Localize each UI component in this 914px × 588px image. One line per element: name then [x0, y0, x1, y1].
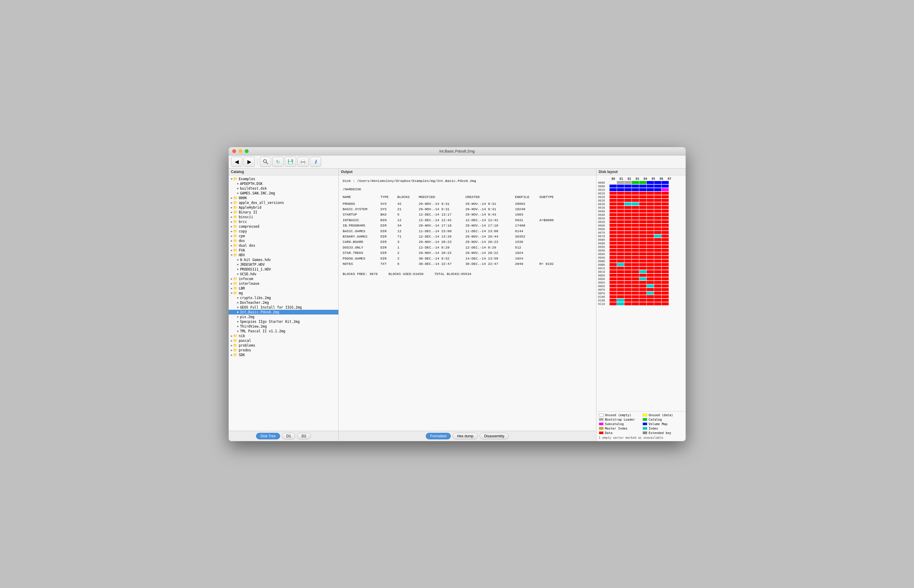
folder-icon: 📁 — [233, 248, 237, 252]
catalog-header: Catalog — [229, 168, 338, 175]
disassembly-tab[interactable]: Disassembly — [480, 433, 509, 439]
tree-item-mg[interactable]: ▼ 📁 mg — [229, 291, 338, 296]
row-address: 0110 — [598, 302, 610, 305]
folder-icon: 📁 — [233, 215, 237, 219]
d1-tab[interactable]: D1 — [282, 433, 295, 439]
maximize-button[interactable] — [245, 149, 249, 153]
disk-cell — [617, 199, 624, 202]
tree-item-thirdview[interactable]: ▪ ThirdView.2mg — [229, 324, 338, 329]
disk-cell — [610, 260, 617, 262]
disk-cell — [654, 260, 661, 262]
d2-tab[interactable]: D2 — [297, 433, 310, 439]
file-icon: ▪ — [237, 324, 239, 328]
tree-item-problems[interactable]: ▶ 📁 problems — [229, 343, 338, 348]
tree-item-brcc[interactable]: ▶ 📁 brcc — [229, 220, 338, 224]
close-button[interactable] — [232, 149, 236, 153]
disk-cell — [632, 274, 639, 277]
tree-item-dual-dos[interactable]: ▶ 📁 dual dos — [229, 243, 338, 248]
legend-label: Volume Map — [649, 422, 667, 426]
tree-item-tml-pascal[interactable]: ▪ TML Pascal II v1.1.2mg — [229, 329, 338, 334]
tree-item-fva[interactable]: ▶ 📁 FVA — [229, 248, 338, 253]
tree-item-infocom[interactable]: ▶ 📁 infocom — [229, 276, 338, 281]
disk-cell — [610, 192, 617, 195]
disk-cell — [647, 288, 654, 291]
tree-item-copy[interactable]: ▶ 📁 copy — [229, 229, 338, 234]
disk-cell — [610, 210, 617, 213]
file-icon: ▪ — [237, 320, 239, 323]
save-button[interactable] — [285, 157, 296, 167]
disk-cell — [654, 210, 661, 213]
svg-rect-6 — [302, 159, 304, 162]
hex-dump-tab[interactable]: Hex dump — [452, 433, 478, 439]
disk-row: 00E0 — [598, 281, 684, 284]
tree-item-interleave[interactable]: ▶ 📁 interleave — [229, 281, 338, 286]
expand-icon: ▶ — [231, 244, 233, 247]
tree-item-games-san[interactable]: ▪ GAMES.SAN.INC.2mg — [229, 191, 338, 195]
tree-item-nib[interactable]: ▶ 📁 nib — [229, 334, 338, 338]
legend-master-index: Master Index — [599, 426, 639, 430]
catalog-tree[interactable]: ▼ 📁 Examples ▪ APDEPTH.DSK ▪ buildtest.d… — [229, 175, 338, 431]
disk-cell — [624, 188, 631, 191]
tree-item-binary2[interactable]: ▶ 📁 Binary II — [229, 210, 338, 215]
disk-row: 0088 — [598, 242, 684, 245]
disk-cell — [624, 281, 631, 284]
tree-item-lbr[interactable]: ▶ 📁 LBR — [229, 286, 338, 291]
tree-item-dos[interactable]: ▶ 📁 dos — [229, 238, 338, 243]
tree-item-hdv[interactable]: ▼ 📁 HDV — [229, 253, 338, 257]
tree-item-compressed[interactable]: ▶ 📁 compressed — [229, 224, 338, 229]
legend-label: Catalog — [649, 418, 662, 421]
tree-item-pascal[interactable]: ▶ 📁 pascal — [229, 338, 338, 343]
tree-item-binscii[interactable]: ▶ 📁 binscii — [229, 215, 338, 220]
tree-item-prodos111[interactable]: ▪ PRODOS111_1.HDV — [229, 267, 338, 272]
tree-item-apdepth[interactable]: ▪ APDEPTH.DSK — [229, 181, 338, 186]
tree-item-apple-dos[interactable]: ▶ 📁 apple_dos_all_versions — [229, 200, 338, 205]
back-button[interactable]: ◀ — [231, 157, 242, 167]
tree-item-cpm[interactable]: ▶ 📁 cpm — [229, 234, 338, 238]
disk-cell — [662, 206, 669, 209]
disk-cell — [617, 220, 624, 223]
tree-label: nib — [239, 334, 245, 338]
disk-cell — [610, 238, 617, 241]
tree-label: Int.Basic.Pdos8.2mg — [240, 310, 279, 314]
tree-item-sdk[interactable]: ▶ 📁 SDK — [229, 352, 338, 357]
tree-item-specpies[interactable]: ▪ Specpies IIgs Starter Kit.2mg — [229, 319, 338, 324]
disk-cell — [610, 213, 617, 216]
view-button[interactable] — [260, 157, 271, 167]
tree-item-intbasic[interactable]: ▪ Int.Basic.Pdos8.2mg — [229, 310, 338, 315]
minimize-button[interactable] — [239, 149, 242, 153]
tree-item-geos[interactable]: ▪ GEOS Full Install for IIGS.2mg — [229, 305, 338, 310]
tree-item-crypto[interactable]: ▪ crypto.libs.2mg — [229, 296, 338, 300]
disk-tree-tab[interactable]: Disk Tree — [256, 433, 280, 439]
disk-cell — [662, 245, 669, 248]
tree-item-ucsd[interactable]: ▪ UCSD.hdv — [229, 272, 338, 276]
tree-label: UCSD.hdv — [240, 272, 256, 276]
formatted-tab[interactable]: Formatted — [426, 433, 451, 439]
disk-cell — [647, 274, 654, 277]
disk-cell — [647, 277, 654, 280]
disk-cell — [654, 281, 661, 284]
tree-item-8bit-games[interactable]: ▪ 8-bit Games.hdv — [229, 257, 338, 262]
tree-label: crypto.libs.2mg — [240, 296, 271, 300]
disk-cell — [610, 224, 617, 227]
tree-item-pix[interactable]: ▪ pix.2mg — [229, 315, 338, 319]
tree-label: PRODOS111_1.HDV — [240, 267, 271, 271]
disk-cell — [624, 220, 631, 223]
print-button[interactable] — [297, 157, 308, 167]
info-button[interactable]: ℹ — [310, 157, 321, 167]
expand-icon: ▶ — [231, 197, 233, 199]
disk-cell — [632, 228, 639, 230]
tree-item-jrdesktp[interactable]: ▪ JRDESKTP.HDV — [229, 262, 338, 267]
tree-item-examples[interactable]: ▼ 📁 Examples — [229, 176, 338, 181]
tree-item-prodos-folder[interactable]: ▶ 📁 prodos — [229, 348, 338, 352]
disk-cell — [617, 242, 624, 245]
forward-button[interactable]: ▶ — [244, 157, 255, 167]
disk-cell — [647, 263, 654, 266]
disk-cell — [654, 299, 661, 302]
disk-cell — [639, 220, 646, 223]
tree-item-dosteacher[interactable]: ▪ DosTeacher.2mg — [229, 300, 338, 305]
tree-item-applehybrid[interactable]: ▶ 📁 AppleHybrid — [229, 205, 338, 210]
legend-label: Subcatalog — [605, 422, 624, 426]
refresh-button[interactable]: ↻ — [272, 157, 284, 167]
tree-item-800k[interactable]: ▶ 📁 800K — [229, 195, 338, 200]
tree-item-buildtest[interactable]: ▪ buildtest.dsk — [229, 186, 338, 191]
